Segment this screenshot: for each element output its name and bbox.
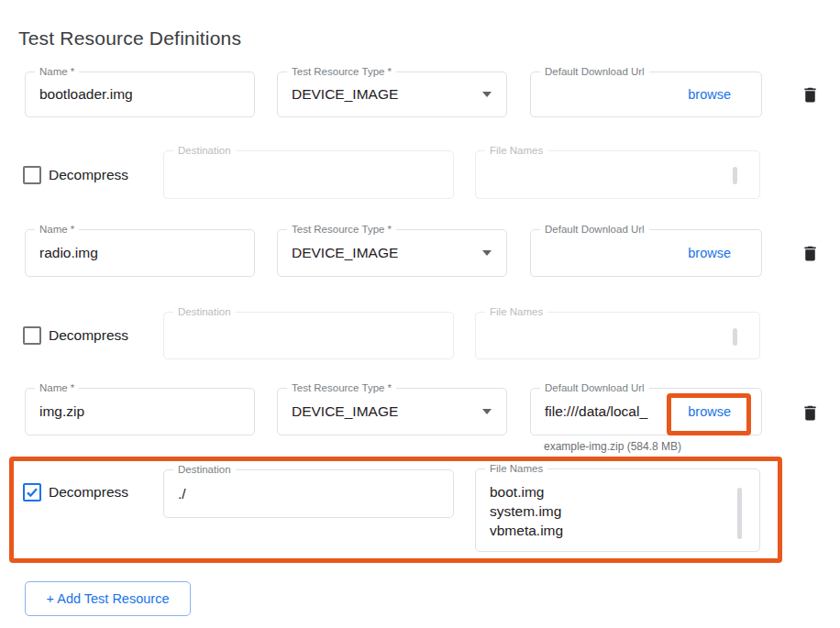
scrollbar-thumb[interactable] [733,167,737,184]
trash-icon [801,402,820,424]
trash-icon [801,243,820,264]
check-icon [25,485,39,500]
destination-field[interactable]: Destination ./ [163,469,454,518]
browse-link[interactable]: browse [688,72,731,116]
decompress-checkbox[interactable] [23,166,41,184]
file-names-value: boot.img system.img vbmeta.img [490,482,732,544]
name-field-value: bootloader.img [39,72,133,116]
destination-field[interactable]: Destination [163,150,454,199]
download-url-field[interactable]: Default Download Url browse [530,72,762,117]
resource-type-value: DEVICE_IMAGE [292,230,398,276]
resource-type-value: DEVICE_IMAGE [292,389,398,435]
dropdown-arrow-icon [482,250,492,256]
download-url-field[interactable]: Default Download Url file:///data/local_… [530,388,762,435]
download-url-field[interactable]: Default Download Url browse [530,229,762,277]
destination-label: Destination [173,144,236,157]
download-file-info: example-img.zip (584.8 MB) [544,440,681,453]
delete-resource-button[interactable] [798,83,822,106]
decompress-checkbox[interactable] [23,326,41,345]
download-url-value [545,230,664,276]
destination-value: ./ [178,470,186,517]
destination-field[interactable]: Destination [163,312,454,359]
decompress-checkbox[interactable] [23,483,41,501]
file-names-textarea[interactable]: File Names [475,150,760,199]
decompress-label: Decompress [49,326,128,345]
scrollbar-thumb[interactable] [733,328,737,346]
scrollbar-thumb[interactable] [737,488,742,539]
name-field[interactable]: Name * radio.img [25,229,255,277]
resource-type-select[interactable]: Test Resource Type * DEVICE_IMAGE [277,229,507,277]
dropdown-arrow-icon [482,409,492,414]
page-title: Test Resource Definitions [18,28,241,50]
file-names-label: File Names [485,144,547,157]
file-names-label: File Names [485,462,547,475]
resource-type-select[interactable]: Test Resource Type * DEVICE_IMAGE [277,388,507,435]
download-url-value: file:///data/local_ [545,389,664,435]
trash-icon [801,84,820,105]
delete-resource-button[interactable] [798,241,822,265]
add-test-resource-button[interactable]: + Add Test Resource [25,581,191,616]
name-field-value: radio.img [39,230,98,276]
name-field-value: img.zip [39,389,84,435]
destination-label: Destination [173,305,236,318]
name-field[interactable]: Name * img.zip [25,388,255,435]
file-names-value [490,164,732,191]
download-url-value [545,72,664,116]
delete-resource-button[interactable] [798,401,822,424]
file-names-value [490,325,732,351]
dropdown-arrow-icon [482,92,492,97]
file-names-label: File Names [485,305,547,318]
decompress-label: Decompress [49,483,128,501]
file-names-textarea[interactable]: File Names [475,312,760,359]
browse-link[interactable]: browse [688,230,731,276]
resource-type-select[interactable]: Test Resource Type * DEVICE_IMAGE [277,72,507,117]
file-names-textarea[interactable]: File Names boot.img system.img vbmeta.im… [475,468,760,552]
name-field[interactable]: Name * bootloader.img [25,72,255,117]
decompress-label: Decompress [49,166,128,184]
browse-link[interactable]: browse [688,389,731,435]
resource-type-value: DEVICE_IMAGE [292,72,398,116]
